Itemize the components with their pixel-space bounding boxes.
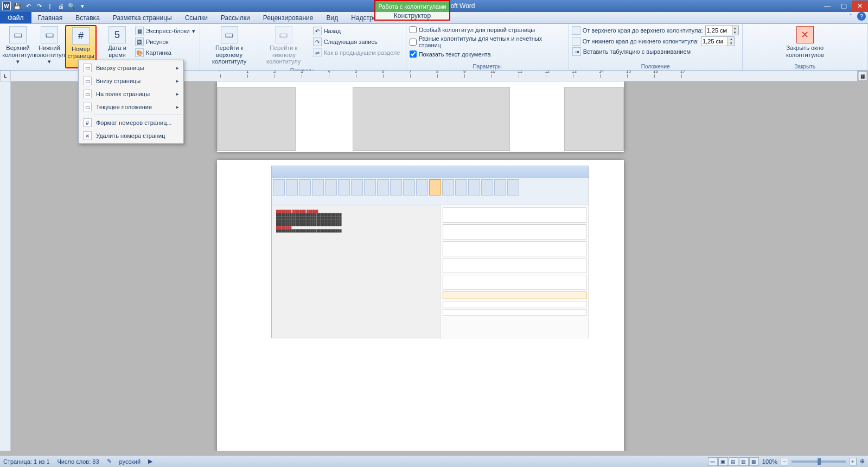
redo-icon[interactable]: ↷ (35, 2, 43, 10)
footer-pos-input[interactable] (701, 38, 727, 45)
different-first-checkbox[interactable]: Особый колонтитул для первой страницы (409, 25, 537, 34)
save-icon[interactable]: 💾 (13, 2, 22, 10)
ruler-corner[interactable]: L (0, 71, 11, 81)
tab-page-layout[interactable]: Разметка страницы (106, 12, 178, 23)
group-label: Положение (569, 63, 742, 70)
goto-footer-icon: ▭ (275, 26, 292, 43)
goto-header-button[interactable]: ▭ Перейти к верхнему колонтитулу (202, 25, 257, 66)
datetime-icon: 5 (108, 26, 126, 43)
link-previous-button[interactable]: ⇄Как в предыдущем разделе (312, 48, 401, 58)
header-pos-input[interactable] (706, 27, 732, 34)
fit-icon[interactable]: ⊕ (860, 458, 865, 465)
language-status[interactable]: русский (119, 458, 141, 465)
qat-more-icon[interactable]: ▾ (78, 2, 87, 10)
view-buttons: ▭ ▣ ▤ ▥ ▦ (708, 457, 759, 466)
clipart-button[interactable]: 🎨Картинка (134, 48, 196, 58)
undo-icon[interactable]: ↶ (24, 2, 33, 10)
link-previous-label: Как в предыдущем разделе (324, 49, 400, 56)
dd-page-margins[interactable]: ▭На полях страницы▸ (80, 87, 182, 100)
quickparts-button[interactable]: ▦Экспресс-блоки ▾ (134, 26, 196, 36)
picture-button[interactable]: 🖼Рисунок (134, 37, 196, 47)
tab-insert[interactable]: Вставка (69, 12, 106, 23)
dd-label: Текущее положение (96, 104, 152, 110)
spin-up[interactable]: ▴ (732, 26, 738, 30)
file-tab[interactable]: Файл (0, 12, 31, 23)
chk-label: Особый колонтитул для первой страницы (419, 27, 535, 33)
dd-remove-page-numbers[interactable]: ✕Удалить номера страниц (80, 129, 182, 142)
tab-review[interactable]: Рецензирование (257, 12, 320, 23)
draft-view[interactable]: ▦ (749, 457, 759, 466)
word-count[interactable]: Число слов: 83 (58, 458, 99, 465)
tab-view[interactable]: Вид (320, 12, 344, 23)
header-position-spinner[interactable]: ▴▾ (705, 26, 739, 35)
next-button[interactable]: ↷Следующая запись (312, 37, 401, 47)
maximize-button[interactable]: ▢ (835, 1, 852, 11)
dd-label: Внизу страницы (96, 78, 141, 84)
document-page-1-bottom (217, 81, 624, 152)
outline-view[interactable]: ▥ (739, 457, 749, 466)
title-bar: W 💾 ↶ ↷ | 🖨 🔍 ▾ Документ1 - Microsoft Wo… (0, 0, 868, 12)
zoom-slider[interactable] (792, 460, 846, 463)
minimize-ribbon-icon[interactable]: ˆ (846, 12, 855, 21)
spin-down[interactable]: ▾ (732, 30, 738, 35)
goto-header-icon: ▭ (221, 26, 238, 43)
print-icon[interactable]: 🖨 (56, 2, 65, 10)
different-odd-even-checkbox[interactable]: Разные колонтитулы для четных и нечетных… (409, 34, 566, 49)
help-icon[interactable]: ? (857, 12, 866, 21)
placeholder (217, 87, 296, 151)
minimize-button[interactable]: — (819, 1, 835, 11)
dd-label: Формат номеров страниц... (96, 119, 172, 126)
web-view[interactable]: ▤ (729, 457, 738, 466)
tab-design[interactable]: Конструктор (374, 12, 450, 21)
close-icon: ✕ (796, 26, 814, 43)
goto-header-label: Перейти к верхнему колонтитулу (203, 45, 256, 65)
group-navigation: ▭ Перейти к верхнему колонтитулу ▭ Перей… (200, 24, 406, 70)
insert-align-tab-button[interactable]: ⇥Вставить табуляцию с выравниванием (571, 47, 692, 56)
spin-up[interactable]: ▴ (727, 37, 734, 41)
close-button[interactable]: ✕ (852, 1, 868, 11)
print-layout-view[interactable]: ▭ (708, 457, 718, 466)
previous-label: Назад (324, 28, 341, 34)
spin-down[interactable]: ▾ (727, 41, 734, 46)
dd-current-position[interactable]: ▭Текущее положение▸ (80, 100, 182, 113)
submenu-arrow-icon: ▸ (176, 78, 179, 84)
group-position: От верхнего края до верхнего колонтитула… (569, 24, 743, 70)
page-top-icon: ▭ (83, 64, 92, 72)
page-bottom-icon: ▭ (83, 77, 92, 85)
close-header-footer-button[interactable]: ✕ Закрыть окно колонтитулов (783, 25, 827, 59)
preview-icon[interactable]: 🔍 (67, 2, 76, 10)
clipart-label: Картинка (146, 49, 171, 56)
ruler-toggle[interactable]: ▦ (858, 72, 867, 80)
dd-label: Вверху страницы (96, 65, 144, 71)
macro-icon[interactable]: ▶ (148, 458, 152, 465)
zoom-in-button[interactable]: + (849, 458, 857, 465)
picture-label: Рисунок (146, 39, 169, 45)
ribbon-tabs: Файл Главная Вставка Разметка страницы С… (0, 12, 868, 24)
contextual-tab-group-title: Работа с колонтитулами (374, 0, 450, 12)
tab-references[interactable]: Ссылки (178, 12, 214, 23)
quick-access-toolbar: W 💾 ↶ ↷ | 🖨 🔍 ▾ (0, 2, 87, 10)
vertical-ruler[interactable] (0, 81, 11, 451)
datetime-button[interactable]: 5 Дата и время (101, 25, 133, 59)
dd-bottom-of-page[interactable]: ▭Внизу страницы▸ (80, 74, 182, 87)
dd-top-of-page[interactable]: ▭Вверху страницы▸ (80, 61, 182, 74)
page-number-icon: # (72, 27, 90, 45)
zoom-level[interactable]: 100% (762, 458, 777, 465)
show-document-checkbox[interactable]: Показать текст документа (409, 49, 492, 59)
group-options: Особый колонтитул для первой страницы Ра… (406, 24, 569, 70)
footer-position-spinner[interactable]: ▴▾ (701, 36, 735, 46)
picture-icon: 🖼 (135, 37, 144, 46)
fullscreen-view[interactable]: ▣ (718, 457, 728, 466)
zoom-out-button[interactable]: − (781, 458, 788, 465)
goto-footer-button[interactable]: ▭ Перейти к нижнему колонтитулу (257, 25, 311, 66)
window-controls: — ▢ ✕ (819, 1, 868, 11)
header-button[interactable]: ▭ Верхний колонтитул▾ (2, 25, 34, 66)
dd-format-page-numbers[interactable]: #Формат номеров страниц... (80, 116, 182, 129)
previous-button[interactable]: ↶Назад (312, 26, 401, 36)
footer-button[interactable]: ▭ Нижний колонтитул▾ (34, 25, 65, 66)
page-status[interactable]: Страница: 1 из 1 (3, 458, 50, 465)
tab-home[interactable]: Главная (31, 12, 69, 23)
datetime-label: Дата и время (103, 45, 132, 58)
tab-mailings[interactable]: Рассылки (214, 12, 257, 23)
spell-check-icon[interactable]: ✎ (107, 458, 112, 465)
